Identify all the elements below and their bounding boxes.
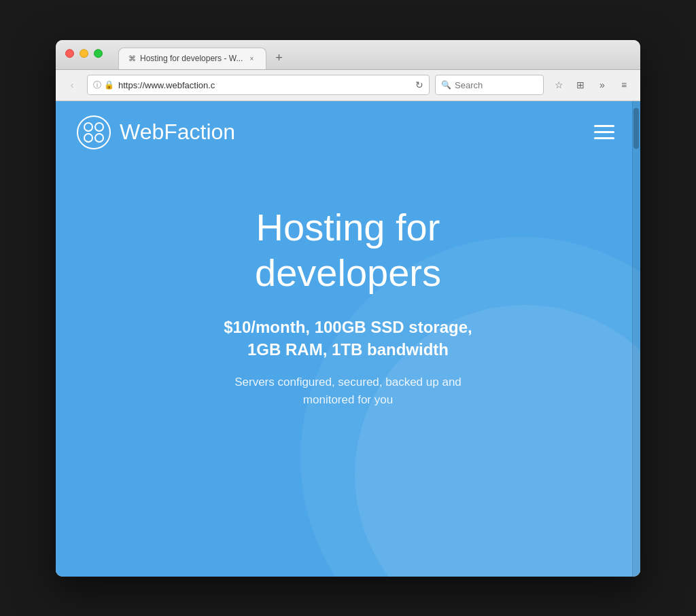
svg-point-4: [95, 134, 103, 142]
back-button[interactable]: ‹: [63, 75, 82, 94]
minimize-button[interactable]: [80, 49, 88, 58]
website-content: WebFaction Hosting fordevelopers $10/mon…: [56, 101, 640, 577]
tab-close-icon[interactable]: ×: [247, 54, 256, 63]
svg-point-1: [84, 123, 92, 131]
tab-title: Hosting for developers - W...: [140, 54, 243, 63]
hamburger-line-3: [594, 137, 614, 139]
menu-button[interactable]: ≡: [614, 75, 633, 94]
bookmark-button[interactable]: ☆: [549, 75, 568, 94]
more-button[interactable]: »: [593, 75, 612, 94]
address-bar-icons: ⓘ 🔒: [93, 79, 114, 91]
grid-button[interactable]: ⊞: [571, 75, 590, 94]
active-tab[interactable]: ⌘ Hosting for developers - W... ×: [118, 48, 266, 69]
address-bar[interactable]: ⓘ 🔒 https://www.webfaction.c ↻: [87, 75, 430, 95]
svg-point-3: [84, 134, 92, 142]
hero-subtitle: Servers configured, secured, backed up a…: [234, 374, 462, 408]
info-icon: ⓘ: [93, 79, 101, 91]
nav-bar: ‹ ⓘ 🔒 https://www.webfaction.c ↻ 🔍 ☆ ⊞ »…: [56, 70, 640, 101]
maximize-button[interactable]: [94, 49, 103, 58]
title-bar: ⌘ Hosting for developers - W... × +: [56, 40, 640, 70]
tab-favicon-icon: ⌘: [128, 54, 136, 63]
svg-point-0: [77, 116, 110, 149]
site-header: WebFaction: [56, 101, 640, 164]
scrollbar-thumb[interactable]: [633, 108, 639, 149]
nav-right-icons: ☆ ⊞ » ≡: [549, 75, 633, 94]
traffic-lights: [65, 49, 103, 58]
reload-button[interactable]: ↻: [415, 79, 423, 90]
tabs-area: ⌘ Hosting for developers - W... × +: [118, 48, 632, 69]
svg-point-2: [95, 123, 103, 131]
scrollbar-track[interactable]: [632, 101, 640, 577]
logo-area: WebFaction: [76, 115, 235, 150]
search-input[interactable]: [455, 80, 538, 90]
hamburger-line-1: [594, 125, 614, 127]
hero-title: Hosting fordevelopers: [255, 204, 441, 295]
close-button[interactable]: [65, 49, 74, 58]
lock-icon: 🔒: [104, 80, 114, 90]
search-icon: 🔍: [441, 80, 451, 90]
browser-window: ⌘ Hosting for developers - W... × + ‹ ⓘ …: [56, 40, 640, 577]
address-text: https://www.webfaction.c: [118, 80, 411, 90]
hero-section: Hosting fordevelopers $10/month, 100GB S…: [56, 164, 640, 436]
hamburger-menu-button[interactable]: [589, 120, 620, 145]
search-box[interactable]: 🔍: [435, 75, 544, 95]
hamburger-line-2: [594, 131, 614, 133]
hero-pricing: $10/month, 100GB SSD storage,1GB RAM, 1T…: [224, 316, 472, 361]
logo-text: WebFaction: [120, 120, 235, 145]
logo-icon: [76, 115, 111, 150]
new-tab-button[interactable]: +: [269, 49, 288, 68]
